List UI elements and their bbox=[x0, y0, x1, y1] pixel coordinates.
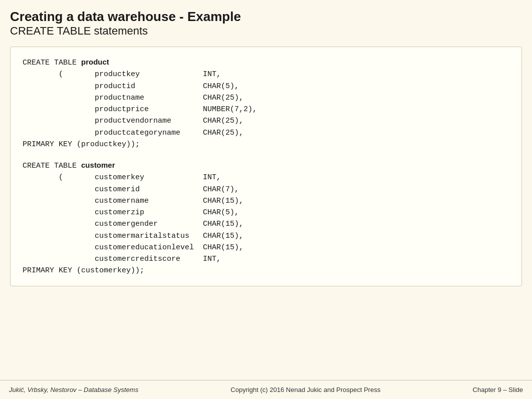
page-footer: Jukić, Vrbsky, Nestorov – Database Syste… bbox=[0, 380, 532, 399]
customer-create-line: CREATE TABLE customer bbox=[23, 159, 509, 172]
footer-chapter: Chapter 9 – Slide bbox=[473, 386, 523, 393]
product-col-5: productvendorname CHAR(25), bbox=[23, 115, 509, 127]
page-header: Creating a data warehouse - Example CREA… bbox=[0, 0, 532, 42]
product-primary-key: PRIMARY KEY (productkey)); bbox=[23, 139, 509, 150]
customer-col-6: customermaritalstatus CHAR(15), bbox=[23, 230, 509, 242]
product-col-3: productname CHAR(25), bbox=[23, 92, 509, 104]
sub-title: CREATE TABLE statements bbox=[10, 25, 522, 38]
product-col-2: productid CHAR(5), bbox=[23, 81, 509, 92]
product-col-6: productcategoryname CHAR(25), bbox=[23, 127, 509, 139]
create-table-product: CREATE TABLE product ( productkey INT, p… bbox=[23, 56, 509, 150]
product-col-4: productprice NUMBER(7,2), bbox=[23, 104, 509, 115]
customer-col-3: customername CHAR(15), bbox=[23, 195, 509, 207]
footer-author: Jukić, Vrbsky, Nestorov – Database Syste… bbox=[9, 386, 138, 393]
code-block: CREATE TABLE product ( productkey INT, p… bbox=[10, 47, 522, 286]
customer-primary-key: PRIMARY KEY (customerkey)); bbox=[23, 265, 509, 276]
main-title: Creating a data warehouse - Example bbox=[10, 9, 522, 25]
customer-table-name: customer bbox=[81, 161, 115, 169]
customer-col-8: customercreditscore INT, bbox=[23, 253, 509, 265]
create-keyword: CREATE TABLE bbox=[23, 59, 81, 67]
create-table-customer: CREATE TABLE customer ( customerkey INT,… bbox=[23, 159, 509, 277]
product-table-name: product bbox=[81, 58, 109, 66]
product-create-line: CREATE TABLE product bbox=[23, 56, 509, 69]
customer-col-5: customergender CHAR(15), bbox=[23, 218, 509, 230]
customer-col-2: customerid CHAR(7), bbox=[23, 184, 509, 195]
customer-col-7: customereducationlevel CHAR(15), bbox=[23, 242, 509, 253]
product-col-1: ( productkey INT, bbox=[23, 69, 509, 80]
create-keyword-2: CREATE TABLE bbox=[23, 162, 81, 170]
customer-col-1: ( customerkey INT, bbox=[23, 172, 509, 183]
footer-copyright: Copyright (c) 2016 Nenad Jukic and Prosp… bbox=[230, 386, 380, 393]
customer-col-4: customerzip CHAR(5), bbox=[23, 207, 509, 218]
